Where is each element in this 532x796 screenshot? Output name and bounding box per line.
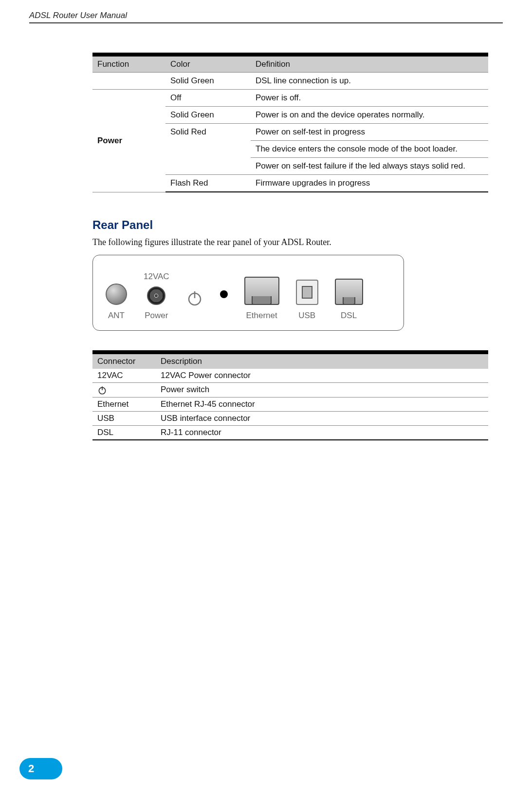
page-number: 2 <box>28 762 34 775</box>
cell-definition: Firmware upgrades in progress <box>251 175 488 192</box>
table-header-row: Function Color Definition <box>92 57 488 73</box>
table-row: USB USB interface connector <box>92 411 488 425</box>
label-ant: ANT <box>108 311 125 321</box>
cell-description: 12VAC Power connector <box>156 369 488 383</box>
cell-connector <box>92 383 156 398</box>
port-ethernet: Ethernet <box>244 263 279 321</box>
reset-pinhole <box>220 263 228 317</box>
cell-function <box>92 73 165 90</box>
table-top-rule <box>92 53 488 57</box>
port-usb: USB <box>296 266 318 321</box>
power-icon <box>186 289 203 307</box>
label-power: Power <box>145 311 168 321</box>
th-connector: Connector <box>92 354 156 369</box>
cell-function: Power <box>92 90 165 192</box>
rj45-icon <box>244 277 279 305</box>
port-power-switch <box>186 276 203 321</box>
table-row: Solid Green DSL line connection is up. <box>92 73 488 90</box>
pinhole-icon <box>220 290 228 298</box>
power-label: Power <box>97 136 122 145</box>
table-row: Power Off Power is off. <box>92 90 488 107</box>
section-intro: The following figures illustrate the rea… <box>92 237 488 248</box>
rj11-icon <box>335 279 363 305</box>
running-header: ADSL Router User Manual <box>29 11 503 23</box>
label-ethernet: Ethernet <box>246 311 277 321</box>
cell-color: Solid Green <box>165 73 251 90</box>
label-12vac: 12VAC <box>144 272 169 282</box>
cell-color: Solid Red <box>165 124 251 175</box>
cell-color: Solid Green <box>165 107 251 124</box>
th-description: Description <box>156 354 488 369</box>
cell-connector: Ethernet <box>92 397 156 411</box>
label-dsl: DSL <box>341 311 357 321</box>
table-row: Power switch <box>92 383 488 398</box>
cell-connector: DSL <box>92 425 156 440</box>
cell-description: USB interface connector <box>156 411 488 425</box>
cell-definition: Power on self-test in progress <box>251 124 488 141</box>
th-definition: Definition <box>251 57 488 73</box>
cell-description: Power switch <box>156 383 488 398</box>
cell-definition: Power is on and the device operates norm… <box>251 107 488 124</box>
cell-definition: The device enters the console mode of th… <box>251 141 488 158</box>
table-row: DSL RJ-11 connector <box>92 425 488 440</box>
table-row: 12VAC 12VAC Power connector <box>92 369 488 383</box>
rear-panel-figure: ANT 12VAC Power <box>92 255 404 331</box>
label-usb: USB <box>298 311 315 321</box>
port-dsl: DSL <box>335 265 363 321</box>
usb-port-icon <box>296 280 318 305</box>
th-color: Color <box>165 57 251 73</box>
antenna-connector-icon <box>106 284 127 305</box>
port-antenna: ANT <box>106 270 127 321</box>
dc-jack-icon <box>147 286 165 305</box>
page-number-badge: 2 <box>19 758 62 779</box>
cell-description: Ethernet RJ-45 connector <box>156 397 488 411</box>
table-header-row: Connector Description <box>92 354 488 369</box>
section-heading-rear-panel: Rear Panel <box>92 219 488 231</box>
cell-definition: Power on self-test failure if the led al… <box>251 158 488 175</box>
table-top-rule <box>92 350 488 354</box>
port-power-jack: 12VAC Power <box>144 272 169 321</box>
cell-color: Off <box>165 90 251 107</box>
led-status-table: Function Color Definition Solid Green DS… <box>92 57 488 192</box>
cell-description: RJ-11 connector <box>156 425 488 440</box>
cell-definition: Power is off. <box>251 90 488 107</box>
power-icon <box>97 385 107 394</box>
th-function: Function <box>92 57 165 73</box>
cell-connector: USB <box>92 411 156 425</box>
connector-table: Connector Description 12VAC 12VAC Power … <box>92 354 488 440</box>
cell-color: Flash Red <box>165 175 251 192</box>
cell-definition: DSL line connection is up. <box>251 73 488 90</box>
table-row: Ethernet Ethernet RJ-45 connector <box>92 397 488 411</box>
cell-connector: 12VAC <box>92 369 156 383</box>
